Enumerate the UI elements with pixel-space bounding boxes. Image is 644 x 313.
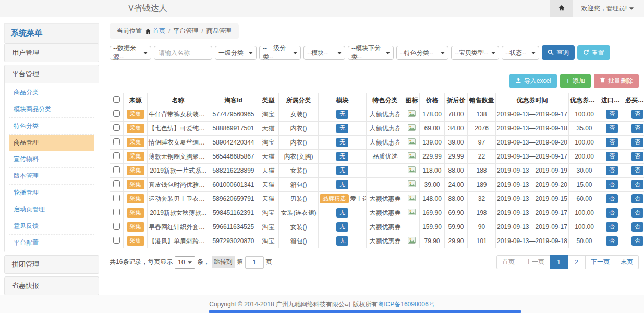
level2-category-select[interactable]: --二级分类-- [259,46,301,60]
page-number-input[interactable] [245,256,264,269]
module-badge[interactable]: 品牌精选 [320,194,349,203]
sidebar-item[interactable]: 平台配置 [9,235,94,251]
row-checkbox[interactable] [113,223,120,230]
select-all-checkbox[interactable] [113,96,120,103]
sidebar-section-header[interactable]: 省惠快报 [5,277,99,295]
import-excel-button[interactable]: 导入excel [509,74,557,88]
item-type-select[interactable]: --宝贝类型-- [451,46,499,60]
icp-link[interactable]: 粤ICP备16098006号 [378,300,434,309]
product-name: 情侣睡衣女夏丝绸男士... [148,136,209,150]
sidebar-section-header[interactable]: 用户管理 [5,44,99,62]
must-buy-toggle[interactable]: 否 [631,110,643,118]
must-buy-toggle[interactable]: 否 [631,124,643,133]
per-page-select[interactable]: 10 [175,256,195,269]
import-select-toggle[interactable]: 否 [606,208,618,217]
import-select-toggle[interactable]: 否 [606,166,618,175]
must-buy-toggle[interactable]: 否 [631,208,643,217]
module-badge[interactable]: 无 [336,180,348,189]
must-buy-toggle[interactable]: 否 [631,236,643,245]
row-checkbox[interactable] [113,209,120,215]
column-header: 必买清单 [624,93,644,107]
module-badge[interactable]: 无 [336,208,348,217]
table-row: 采集早春网红针织外套女春...596611634525淘宝女装()无大额优惠券1… [110,220,644,234]
import-select-toggle[interactable]: 否 [606,124,618,133]
must-buy-toggle[interactable]: 否 [631,152,643,161]
import-select-toggle[interactable]: 否 [606,180,618,189]
welcome-text: 欢迎您，管理员! [581,4,627,13]
data-source-select[interactable]: --数据来源-- [110,46,151,60]
user-menu[interactable]: 欢迎您，管理员! [573,0,644,17]
add-button[interactable]: + 添加 [560,74,591,88]
name-input[interactable] [154,46,212,60]
sidebar-item[interactable]: 商品管理 [9,135,94,151]
sidebar-item[interactable]: 轮播管理 [9,185,94,201]
row-checkbox[interactable] [113,110,120,117]
feature-category-select[interactable]: --特色分类-- [396,46,448,60]
module-badge[interactable]: 无 [336,236,348,245]
module-badge[interactable]: 无 [336,166,348,175]
home-button[interactable] [550,0,573,17]
row-checkbox[interactable] [113,237,120,244]
search-button[interactable]: 查询 [542,45,575,60]
search-icon [548,49,554,57]
import-select-toggle[interactable]: 否 [606,236,618,245]
page-button[interactable]: 1 [550,255,568,269]
home-icon [145,28,151,34]
import-select-toggle[interactable]: 否 [606,138,618,147]
sidebar-section-header[interactable]: 拼团管理 [5,256,99,273]
sidebar-item[interactable]: 模块商品分类 [9,101,94,118]
sidebar-section: 省惠快报 [4,276,99,295]
module-badge[interactable]: 无 [336,152,348,161]
import-select-toggle[interactable]: 否 [606,152,618,161]
module-badge[interactable]: 无 [336,110,348,118]
sidebar-item[interactable]: 特色分类 [9,118,94,135]
module-badge[interactable]: 无 [336,222,348,231]
batch-delete-button[interactable]: 批量删除 [594,74,639,88]
sidebar-item[interactable]: 版本管理 [9,168,94,185]
module-select[interactable]: --模块-- [303,46,345,60]
source-badge: 采集 [127,222,144,231]
reset-button[interactable]: 重置 [577,45,610,60]
page-button[interactable]: 2 [568,255,586,269]
product-type: 淘宝 [258,136,279,150]
sales-count: 189 [468,178,496,192]
breadcrumb-home-link[interactable]: 首页 [145,27,165,35]
taoke-id: 565446685867 [209,150,258,164]
module-sub-category-select[interactable]: --模块下分类-- [348,46,394,60]
taoke-id: 601000601341 [209,178,258,192]
row-checkbox[interactable] [113,195,120,201]
must-buy-toggle[interactable]: 否 [631,194,643,203]
must-buy-toggle[interactable]: 否 [631,138,643,147]
import-select-toggle[interactable]: 否 [606,222,618,231]
horizontal-scrollbar-thumb[interactable] [209,310,521,313]
row-checkbox[interactable] [113,180,120,187]
page-button[interactable]: 下一页 [586,255,615,269]
product-name: 2019新款一片式系... [148,164,209,178]
row-checkbox[interactable] [113,124,120,131]
image-icon [408,210,416,217]
import-select-toggle[interactable]: 否 [606,194,618,203]
page-button[interactable]: 末页 [615,255,639,269]
page-button[interactable]: 上一页 [520,255,550,269]
row-checkbox[interactable] [113,152,120,159]
coupon-amount: 60.00 [569,192,600,206]
sidebar-item[interactable]: 宣传物料 [9,151,94,168]
row-checkbox[interactable] [113,166,120,173]
level1-category-select[interactable]: 一级分类 [215,46,257,60]
sales-count: 2076 [468,122,496,136]
module-badge[interactable]: 无 [336,124,348,133]
must-buy-toggle[interactable]: 否 [631,166,643,175]
status-select[interactable]: --状态-- [502,46,539,60]
must-buy-toggle[interactable]: 否 [631,180,643,189]
import-select-toggle[interactable]: 否 [606,110,618,118]
sidebar-item[interactable]: 意见反馈 [9,218,94,235]
row-checkbox[interactable] [113,138,120,145]
module-badge[interactable]: 无 [336,138,348,147]
sidebar-item[interactable]: 商品分类 [9,85,94,101]
sidebar-item[interactable]: 启动页管理 [9,201,94,218]
page-button[interactable]: 首页 [496,255,520,269]
table-row: 采集牛仔背带裤女秋装减龄...577479560965淘宝女装()无大额优惠券1… [110,107,644,122]
price: 118.00 [420,164,445,178]
must-buy-toggle[interactable]: 否 [631,222,643,231]
sidebar-section-header[interactable]: 平台管理 [5,65,99,83]
